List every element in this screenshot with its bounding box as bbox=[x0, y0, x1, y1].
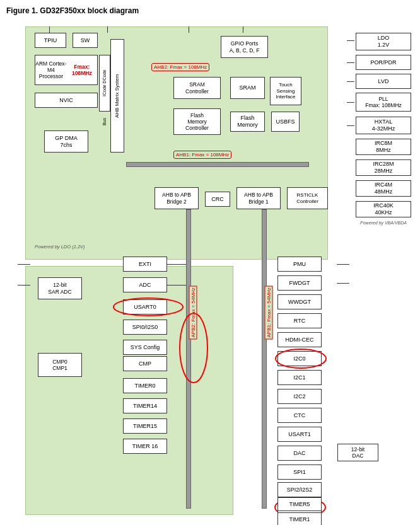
i2c2-box: I2C2 bbox=[277, 389, 322, 404]
gpio-box: GPIO PortsA, B, C, D, F bbox=[221, 36, 268, 58]
nvic-box: NVIC bbox=[35, 93, 98, 108]
ahb-apb1-box: AHB to APBBridge 1 bbox=[236, 187, 281, 209]
apb2-label: APB2: Fmax = 54MHz bbox=[189, 286, 197, 339]
rst-clk-box: RSTICLKController bbox=[287, 187, 328, 209]
cmp-box: CMP bbox=[123, 356, 167, 371]
ahb1-label: AHB1: Fmax = 108MHz bbox=[173, 151, 231, 159]
page-title: Figure 1. GD32F350xx block diagram bbox=[6, 6, 414, 15]
hxtal-box: HXTAL4-32MHz bbox=[356, 117, 411, 134]
spi1-box: SPI1 bbox=[277, 464, 322, 480]
timer0-box: TIMER0 bbox=[123, 378, 167, 393]
timer16-box: TIMER 16 bbox=[123, 439, 167, 454]
apb1-bus bbox=[262, 209, 267, 509]
por-pdr-box: POR/PDR bbox=[356, 55, 411, 70]
ahb-matrix-box: AHB Matrix System bbox=[110, 39, 124, 153]
crc-box: CRC bbox=[205, 192, 230, 207]
right-arrow-fwdgt bbox=[337, 283, 349, 284]
adc-box: ADC bbox=[123, 277, 167, 292]
diagram-container: LDO1.2V POR/PDR LVD PLLFmax: 108MHz HXTA… bbox=[6, 20, 412, 524]
hdmi-cec-box: HDMI-CEC bbox=[277, 332, 322, 347]
dac-box: DAC bbox=[277, 446, 322, 461]
pmu-box: PMU bbox=[277, 257, 322, 272]
top-arrow-4 bbox=[243, 26, 243, 33]
ahb-apb2-box: AHB to APBBridge 2 bbox=[155, 187, 199, 209]
sram-ctrl-box: SRAMController bbox=[173, 77, 221, 99]
exti-box: EXTI bbox=[123, 257, 167, 272]
flash-mem-box: FlashMemory bbox=[230, 112, 265, 132]
page: Figure 1. GD32F350xx block diagram LDO1.… bbox=[6, 6, 414, 524]
top-arrow-1 bbox=[49, 26, 50, 33]
irc40k-box: IRC40K40KHz bbox=[356, 201, 411, 217]
icode-dcode-box: ICode DCode bbox=[99, 55, 110, 112]
hxtal-arrow bbox=[347, 125, 354, 126]
timer1-final-box: TIMER1 bbox=[277, 512, 322, 525]
fwdgt-box: FWDGT bbox=[277, 275, 322, 291]
sar-adc-label: 12-bitSAR ADC bbox=[38, 277, 82, 299]
touch-box: TouchSensingInterface bbox=[270, 77, 301, 105]
timer15-box: TIMER15 bbox=[123, 418, 167, 434]
cmp-group-box: CMP0CMP1 bbox=[38, 353, 82, 377]
lvd-box: LVD bbox=[356, 74, 411, 89]
i2c0-box: I2C0 bbox=[277, 351, 322, 366]
usart0-box: USART0 bbox=[123, 299, 167, 314]
timer14-box: TIMER14 bbox=[123, 398, 167, 413]
dac-12bit-label: 12-bitDAC bbox=[337, 444, 378, 461]
timer5-final-box: TIMER5 bbox=[277, 497, 322, 511]
ctc-box: CTC bbox=[277, 408, 322, 423]
flash-ctrl-box: FlashMemoryController bbox=[173, 108, 221, 135]
pll-box: PLLFmax: 108MHz bbox=[356, 93, 411, 112]
irc28m-box: IRC28M28MHz bbox=[356, 159, 411, 176]
lvd-arrow bbox=[347, 81, 354, 82]
spi2-box: SPI2/I2S2 bbox=[277, 482, 322, 497]
ldo-arrow bbox=[347, 40, 354, 41]
irc48m-box: IRC4M48MHz bbox=[356, 180, 411, 197]
wwdgt-box: WWDGT bbox=[277, 294, 322, 309]
tpiu-box: TPIU bbox=[35, 33, 66, 48]
bottom-timer-stack: TIMER5 TIMER1 TIMER2 TIMER13 bbox=[277, 497, 322, 525]
irc8m-box: IRC8M8MHz bbox=[356, 139, 411, 155]
arm-box: ARM Cortex-M4ProcessorFmax: 108MHz bbox=[35, 55, 98, 85]
por-arrow bbox=[347, 62, 354, 63]
powered-vba-text: Powered by VBA/VBDA bbox=[356, 221, 411, 225]
ldo-box: LDO1.2V bbox=[356, 33, 411, 50]
pll-arrow bbox=[347, 102, 354, 103]
spi0-box: SPI0/I2S0 bbox=[123, 320, 167, 335]
sw-box: SW bbox=[73, 33, 98, 48]
sram-box: SRAM bbox=[230, 77, 265, 99]
right-arrow-pmu bbox=[337, 264, 349, 265]
powered-ldo-text: Powered by LDO (1.2V) bbox=[35, 244, 85, 250]
usart1-box: USART1 bbox=[277, 427, 322, 442]
ahb2-label: AHB2: Fmax = 108MHz bbox=[151, 63, 209, 71]
rtc-box: RTC bbox=[277, 313, 322, 328]
exti-line bbox=[167, 264, 186, 265]
apb2-bus bbox=[186, 209, 191, 509]
ahb-h-bus bbox=[126, 162, 309, 167]
i2c1-box: I2C1 bbox=[277, 370, 322, 385]
syscfg-box: SYS Config bbox=[123, 340, 167, 355]
adc-line bbox=[167, 285, 186, 286]
top-arrow-2 bbox=[107, 26, 108, 33]
gpdma-box: GP DMA7chs bbox=[44, 130, 88, 153]
apb1-label: APB1: Fmax = 54MHz bbox=[265, 286, 273, 339]
usbfs-box: USBFS bbox=[271, 112, 300, 132]
bus-label: Bus bbox=[102, 118, 107, 125]
left-arrow-adc bbox=[18, 285, 30, 286]
top-arrow-3 bbox=[189, 26, 189, 33]
left-arrow-exti bbox=[18, 264, 30, 265]
